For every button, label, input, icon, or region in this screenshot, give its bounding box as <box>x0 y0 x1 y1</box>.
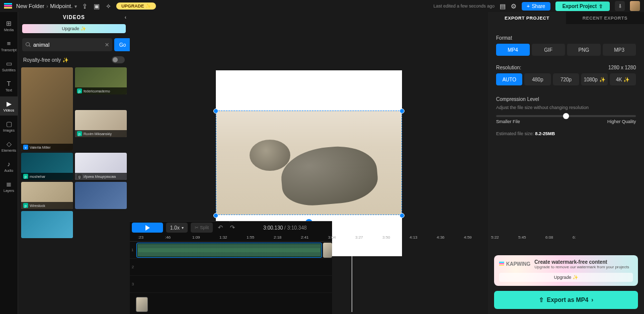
resize-handle-tr[interactable] <box>399 109 405 114</box>
video-result[interactable]: pfedericomaderno <box>75 67 127 94</box>
resize-handle-tl[interactable] <box>213 109 218 114</box>
video-result[interactable]: pRuvim Miksanskiy <box>75 110 127 137</box>
search-icon <box>25 42 31 48</box>
selected-clip[interactable] <box>216 111 402 215</box>
format-gif[interactable]: GIF <box>532 44 566 56</box>
format-png[interactable]: PNG <box>567 44 601 56</box>
format-mp3[interactable]: MP3 <box>603 44 636 56</box>
breadcrumb: New Folder › Midpoint. ▾ <box>16 3 77 9</box>
last-edited-label: Last edited a few seconds ago <box>434 4 495 9</box>
lightbulb-icon[interactable]: ✧ <box>106 3 111 10</box>
compression-subtext: Adjust the file size without changing re… <box>496 105 636 110</box>
ruler-mark: 4:36 <box>437 235 445 240</box>
template-icon[interactable]: ▣ <box>94 3 100 10</box>
video-result[interactable] <box>21 211 73 238</box>
watermark-upsell-card: KAPWING Create watermark-free content Up… <box>494 255 638 286</box>
rail-media[interactable]: ⊞Media <box>0 16 18 35</box>
timeline-ruler[interactable]: :23:461:091:321:552:182:413:043:273:504:… <box>130 234 332 242</box>
share-button[interactable]: + Share <box>522 2 550 11</box>
rail-text[interactable]: TText <box>0 76 18 95</box>
playhead[interactable] <box>352 242 352 312</box>
breadcrumb-folder[interactable]: New Folder <box>16 3 44 9</box>
video-result[interactable] <box>75 182 127 209</box>
res-4k[interactable]: 4K ✨ <box>610 73 636 85</box>
slider-thumb[interactable] <box>563 113 569 119</box>
rail-videos[interactable]: ▶Videos <box>0 96 18 116</box>
res-auto[interactable]: AUTO <box>496 73 522 85</box>
audio-clip[interactable] <box>136 243 323 258</box>
audio-icon: ♪ <box>7 160 11 168</box>
rail-layers[interactable]: ≣Layers <box>0 177 18 196</box>
ruler-mark: 4:59 <box>464 235 472 240</box>
canvas-area: ⟳ ⋯ 1.0x ▾ ✂ Split ↶ ↷ 3:00.130 / 3:10.3… <box>130 12 488 314</box>
resize-handle-bl[interactable] <box>213 213 218 218</box>
video-clip[interactable] <box>323 243 332 258</box>
source-badge-icon: v <box>23 145 28 150</box>
rail-elements[interactable]: ◇Elements <box>0 137 18 156</box>
ruler-mark: 3:50 <box>382 235 390 240</box>
playback-speed-select[interactable]: 1.0x ▾ <box>166 223 188 233</box>
source-badge-icon: p <box>77 131 82 136</box>
chevron-right-icon: › <box>591 296 593 303</box>
text-icon: T <box>7 80 11 87</box>
watermark-title: Create watermark-free content <box>534 259 633 265</box>
upgrade-banner[interactable]: Upgrade ✨ <box>22 24 126 33</box>
resolution-label: Resolution: <box>496 65 521 70</box>
source-badge-icon: p <box>23 203 28 208</box>
search-go-button[interactable]: Go <box>114 38 130 51</box>
breadcrumb-project[interactable]: Midpoint. <box>50 3 73 9</box>
ruler-mark: 1:55 <box>247 235 255 240</box>
undo-button[interactable]: ↶ <box>216 224 225 231</box>
redo-button[interactable]: ↷ <box>228 224 237 231</box>
res-1080p[interactable]: 1080p ✨ <box>581 73 607 85</box>
kapwing-logo: KAPWING <box>499 259 530 269</box>
tab-export-project[interactable]: EXPORT PROJECT <box>488 12 566 24</box>
person-icon: + <box>527 4 530 9</box>
video-results-grid: vValeriia Miller pfedericomaderno pRuvim… <box>18 65 130 314</box>
ruler-mark: 6: <box>573 235 576 240</box>
settings-icon[interactable]: ⚙ <box>511 3 517 10</box>
search-input-wrap[interactable]: ✕ <box>22 38 112 51</box>
split-button[interactable]: ✂ Split <box>191 223 213 233</box>
resize-handle-br[interactable] <box>399 213 405 218</box>
ruler-mark: 2:41 <box>301 235 309 240</box>
compression-label: Compression Level <box>496 96 636 102</box>
collapse-panel-icon[interactable]: ‹ <box>125 15 127 20</box>
compression-slider[interactable] <box>496 115 636 117</box>
rail-images[interactable]: ▢Images <box>0 117 18 136</box>
estimated-size: Estimated file size: 8.2-25MB <box>496 131 636 136</box>
export-as-mp4-button[interactable]: ⇧ Export as MP4 › <box>494 291 638 309</box>
watermark-upgrade-button[interactable]: Upgrade ✨ <box>499 273 633 282</box>
rail-transcript[interactable]: ≡Transcript <box>0 36 18 55</box>
res-480p[interactable]: 480p <box>524 73 550 85</box>
slider-label-left: Smaller File <box>496 119 520 124</box>
video-result[interactable]: vValeriia Miller <box>21 67 73 151</box>
export-project-button[interactable]: Export Project ⇧ <box>555 2 610 11</box>
comment-icon[interactable]: ▤ <box>500 3 506 10</box>
transcript-icon: ≡ <box>7 40 11 47</box>
download-button[interactable]: ⬇ <box>615 1 625 11</box>
tab-recent-exports[interactable]: RECENT EXPORTS <box>566 12 644 24</box>
rail-subtitles[interactable]: ▭Subtitles <box>0 56 18 75</box>
search-input[interactable] <box>31 42 105 48</box>
user-avatar[interactable] <box>630 1 640 11</box>
upload-icon[interactable]: ⇪ <box>82 3 88 10</box>
chevron-down-icon[interactable]: ▾ <box>74 4 77 9</box>
app-logo[interactable] <box>4 3 12 9</box>
res-720p[interactable]: 720p <box>553 73 579 85</box>
clear-search-icon[interactable]: ✕ <box>105 42 109 48</box>
ruler-mark: :23 <box>138 235 143 240</box>
royalty-free-toggle[interactable] <box>112 56 125 63</box>
video-result[interactable]: pWirestock <box>21 182 73 209</box>
format-mp4[interactable]: MP4 <box>496 44 530 56</box>
source-badge-icon: g <box>77 174 82 179</box>
media-panel: VIDEOS ‹ Upgrade ✨ ✕ Go Royalty-free onl… <box>18 12 130 314</box>
panel-drag-handle-icon[interactable]: ⋯ <box>229 220 233 224</box>
video-result[interactable]: pmoshehar <box>21 153 73 180</box>
timeline-thumbnail[interactable] <box>136 297 148 312</box>
upgrade-pill[interactable]: UPGRADE ✨ <box>116 3 156 10</box>
video-result[interactable]: gИрина Мещерякова <box>75 153 127 180</box>
rail-audio[interactable]: ♪Audio <box>0 157 18 176</box>
images-icon: ▢ <box>6 120 12 128</box>
play-button[interactable] <box>132 223 163 233</box>
